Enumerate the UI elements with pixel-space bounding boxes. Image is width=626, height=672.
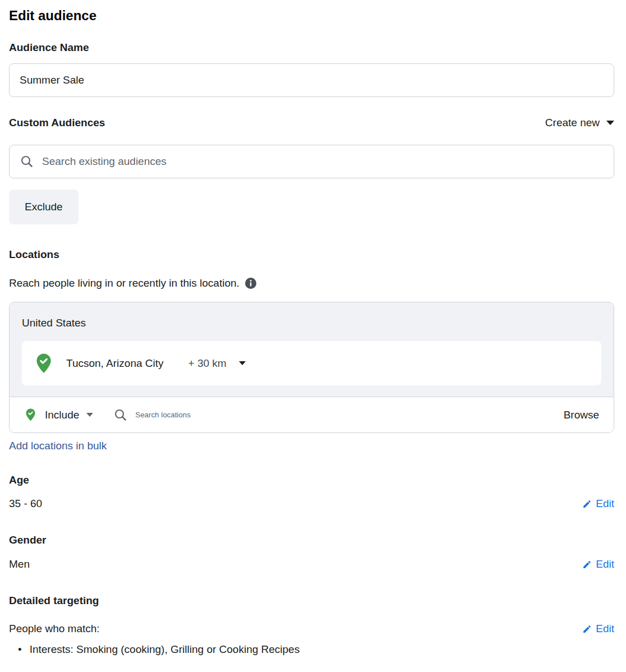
search-locations-input[interactable] (127, 397, 563, 432)
gender-value: Men (9, 557, 30, 572)
location-row: Tucson, Arizona City + 30 km (22, 341, 601, 385)
gender-edit-label: Edit (596, 557, 614, 572)
age-edit-label: Edit (596, 496, 614, 511)
interests-list-item: • Interests: Smoking (cooking), Grilling… (9, 642, 614, 657)
custom-audiences-header: Custom Audiences Create new (9, 116, 614, 130)
detailed-targeting-row: People who match: Edit (9, 622, 614, 636)
locations-widget: United States Tucson, Arizona City + 30 … (9, 302, 614, 433)
exclude-button[interactable]: Exclude (9, 190, 79, 224)
radius-value: + 30 km (188, 357, 227, 370)
pencil-icon (582, 499, 592, 509)
pencil-icon (582, 624, 592, 634)
caret-down-icon (606, 121, 614, 125)
caret-down-icon (239, 361, 246, 365)
gender-row: Men Edit (9, 557, 614, 572)
locations-selected-area: United States Tucson, Arizona City + 30 … (10, 302, 614, 397)
locations-description: Reach people living in or recently in th… (9, 276, 240, 291)
detailed-targeting-edit-label: Edit (596, 622, 614, 636)
location-country: United States (22, 316, 601, 330)
age-edit-button[interactable]: Edit (582, 496, 614, 511)
audience-name-input[interactable] (9, 63, 614, 97)
gender-label: Gender (9, 533, 614, 547)
interests-text: Interests: Smoking (cooking), Grilling o… (30, 642, 300, 657)
search-icon (114, 408, 127, 422)
detailed-targeting-label: Detailed targeting (9, 593, 614, 608)
include-label: Include (45, 409, 79, 421)
location-search-row: Include Browse (10, 397, 614, 432)
browse-button[interactable]: Browse (564, 409, 599, 421)
location-pin-check-icon (35, 353, 52, 374)
location-name: Tucson, Arizona City (66, 357, 164, 370)
search-icon (20, 155, 34, 168)
search-audiences-input[interactable] (9, 145, 614, 178)
age-label: Age (9, 473, 614, 487)
locations-description-row: Reach people living in or recently in th… (9, 276, 614, 291)
locations-label: Locations (9, 247, 614, 262)
page-title: Edit audience (9, 8, 614, 24)
custom-audiences-search (9, 145, 614, 178)
create-new-dropdown[interactable]: Create new (545, 117, 614, 129)
info-icon[interactable] (245, 277, 257, 289)
create-new-label: Create new (545, 117, 600, 129)
radius-dropdown[interactable]: + 30 km (188, 357, 246, 370)
edit-audience-panel: Edit audience Audience Name Custom Audie… (0, 0, 626, 657)
pencil-icon (582, 560, 592, 569)
audience-name-label: Audience Name (9, 40, 614, 55)
bullet: • (18, 642, 22, 657)
custom-audiences-label: Custom Audiences (9, 116, 105, 130)
detailed-targeting-edit-button[interactable]: Edit (582, 622, 614, 636)
location-pin-check-icon (25, 408, 36, 421)
age-row: 35 - 60 Edit (9, 496, 614, 511)
people-who-match-label: People who match: (9, 622, 100, 636)
include-dropdown[interactable]: Include (25, 408, 93, 421)
caret-down-icon (86, 413, 93, 417)
age-value: 35 - 60 (9, 496, 42, 511)
add-locations-bulk-link[interactable]: Add locations in bulk (9, 439, 107, 453)
gender-edit-button[interactable]: Edit (582, 557, 614, 572)
